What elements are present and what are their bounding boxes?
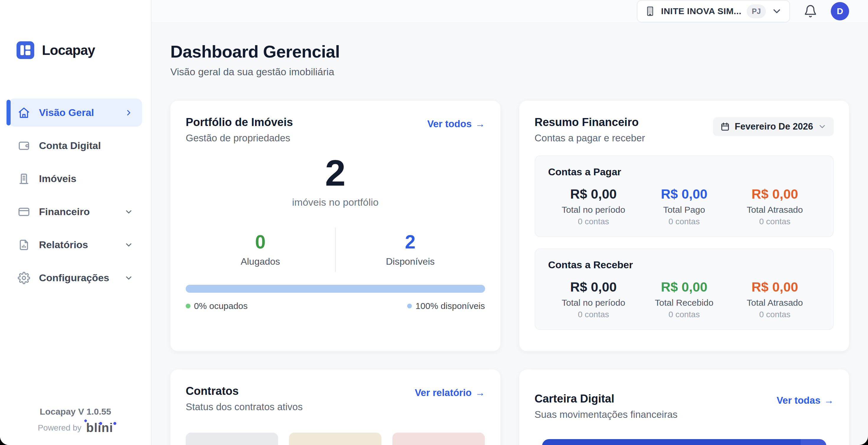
payable-total-paid: R$ 0,00 Total Pago 0 contas <box>639 187 730 226</box>
arrow-right-icon: → <box>475 118 485 130</box>
receivable-title: Contas a Receber <box>548 259 820 271</box>
calendar-icon <box>720 122 730 132</box>
wallet-card: Carteira Digital Suas movimentações fina… <box>519 370 849 445</box>
sidebar-item-configuracoes[interactable]: Configurações <box>9 264 142 292</box>
chevron-down-icon <box>771 6 782 17</box>
receivable-total-overdue: R$ 0,00 Total Atrasado 0 contas <box>730 280 820 319</box>
sidebar-item-label: Financeiro <box>39 206 116 218</box>
arrow-right-icon: → <box>475 387 485 399</box>
contract-status-pills <box>186 433 485 445</box>
arrow-right-icon: → <box>824 395 834 406</box>
portfolio-see-all-link[interactable]: Ver todos→ <box>427 118 485 130</box>
contracts-title: Contratos <box>186 385 303 398</box>
report-file-icon <box>18 239 30 251</box>
available-count: 2 <box>336 232 485 251</box>
period-selector[interactable]: Fevereiro De 2026 <box>713 117 834 136</box>
available-stat: 2 Disponíveis <box>336 232 485 267</box>
sidebar-item-label: Conta Digital <box>39 140 133 151</box>
building-icon <box>18 172 30 185</box>
dashboard-grid: Portfólio de Imóveis Gestão de proprieda… <box>170 101 849 445</box>
topbar: INITE INOVA SIM... PJ D <box>151 0 868 23</box>
contract-status-pill <box>186 433 278 445</box>
period-value: Fevereiro De 2026 <box>735 121 813 132</box>
portfolio-total-caption: imóveis no portfólio <box>186 196 485 208</box>
page-subtitle: Visão geral da sua gestão imobiliária <box>170 66 849 77</box>
sidebar-item-label: Relatórios <box>39 239 116 251</box>
blini-logo: blini <box>86 421 113 435</box>
chevron-right-icon <box>124 108 133 117</box>
company-building-icon <box>645 6 656 17</box>
chevron-down-icon <box>818 122 827 131</box>
available-label: Disponíveis <box>336 256 485 267</box>
company-selector[interactable]: INITE INOVA SIM... PJ <box>637 0 790 23</box>
sidebar-nav: Visão Geral Conta Digital Imóveis Financ… <box>0 99 151 292</box>
gear-icon <box>18 272 30 284</box>
credit-card-icon <box>18 206 30 218</box>
wallet-subtitle: Suas movimentações financeiras <box>535 409 678 420</box>
chevron-down-icon <box>124 274 133 282</box>
powered-by-label: Powered by <box>38 423 82 433</box>
sidebar-item-label: Imóveis <box>39 173 133 184</box>
receivable-total-period: R$ 0,00 Total no período 0 contas <box>548 280 639 319</box>
receivable-section: Contas a Receber R$ 0,00 Total no períod… <box>535 249 834 330</box>
sidebar-item-label: Configurações <box>39 272 116 284</box>
contract-status-pill <box>392 433 485 445</box>
wallet-balance-banner <box>542 439 827 445</box>
contract-status-pill <box>289 433 381 445</box>
page-head: Dashboard Gerencial Visão geral da sua g… <box>170 42 849 77</box>
sidebar-footer: Locapay V 1.0.55 Powered by blini <box>0 407 151 445</box>
chevron-down-icon <box>124 208 133 216</box>
company-type-badge: PJ <box>747 4 766 18</box>
payable-total-period: R$ 0,00 Total no período 0 contas <box>548 187 639 226</box>
sidebar-item-visao-geral[interactable]: Visão Geral <box>9 99 142 127</box>
receivable-total-received: R$ 0,00 Total Recebido 0 contas <box>639 280 730 319</box>
wallet-icon <box>18 139 30 152</box>
wallet-see-all-link[interactable]: Ver todas→ <box>776 395 834 406</box>
blue-dot-icon <box>407 304 412 308</box>
main-area: INITE INOVA SIM... PJ D Dashboard Gerenc… <box>151 0 868 445</box>
rented-label: Alugados <box>186 256 335 267</box>
portfolio-title: Portfólio de Imóveis <box>186 116 293 129</box>
green-dot-icon <box>186 304 190 308</box>
page-title: Dashboard Gerencial <box>170 42 849 61</box>
logo-text: Locapay <box>42 42 95 58</box>
portfolio-subtitle: Gestão de propriedades <box>186 132 293 144</box>
payable-title: Contas a Pagar <box>548 166 820 178</box>
sidebar-item-relatorios[interactable]: Relatórios <box>9 231 142 259</box>
payable-total-overdue: R$ 0,00 Total Atrasado 0 contas <box>730 187 820 226</box>
contracts-subtitle: Status dos contratos ativos <box>186 401 303 413</box>
sidebar-item-imoveis[interactable]: Imóveis <box>9 165 142 193</box>
company-name: INITE INOVA SIM... <box>661 6 741 16</box>
contracts-report-link[interactable]: Ver relatório→ <box>415 387 485 399</box>
payable-section: Contas a Pagar R$ 0,00 Total no período … <box>535 156 834 237</box>
contracts-card: Contratos Status dos contratos ativos Ve… <box>170 370 500 445</box>
financial-subtitle: Contas a pagar e receber <box>535 132 645 144</box>
portfolio-card: Portfólio de Imóveis Gestão de proprieda… <box>170 101 500 351</box>
app-window: Locapay Visão Geral Conta Digital Imóvei… <box>0 0 868 445</box>
locapay-logo-icon <box>17 41 34 59</box>
sidebar-item-conta-digital[interactable]: Conta Digital <box>9 132 142 160</box>
available-legend: 100% disponíveis <box>407 301 485 311</box>
rented-stat: 0 Alugados <box>186 232 335 267</box>
sidebar: Locapay Visão Geral Conta Digital Imóvei… <box>0 0 151 445</box>
wallet-title: Carteira Digital <box>535 392 678 405</box>
occupancy-progress-bar <box>186 285 485 293</box>
financial-title: Resumo Financeiro <box>535 116 645 129</box>
logo: Locapay <box>0 0 151 59</box>
home-icon <box>18 106 30 119</box>
sidebar-item-label: Visão Geral <box>39 107 116 118</box>
app-version: Locapay V 1.0.55 <box>0 407 151 417</box>
sidebar-item-financeiro[interactable]: Financeiro <box>9 198 142 226</box>
user-avatar[interactable]: D <box>831 2 849 20</box>
notifications-bell-icon[interactable] <box>804 4 817 18</box>
financial-summary-card: Resumo Financeiro Contas a pagar e receb… <box>519 101 849 351</box>
rented-count: 0 <box>186 232 335 251</box>
portfolio-total-count: 2 <box>186 154 485 191</box>
occupied-legend: 0% ocupados <box>186 301 248 311</box>
chevron-down-icon <box>124 241 133 249</box>
